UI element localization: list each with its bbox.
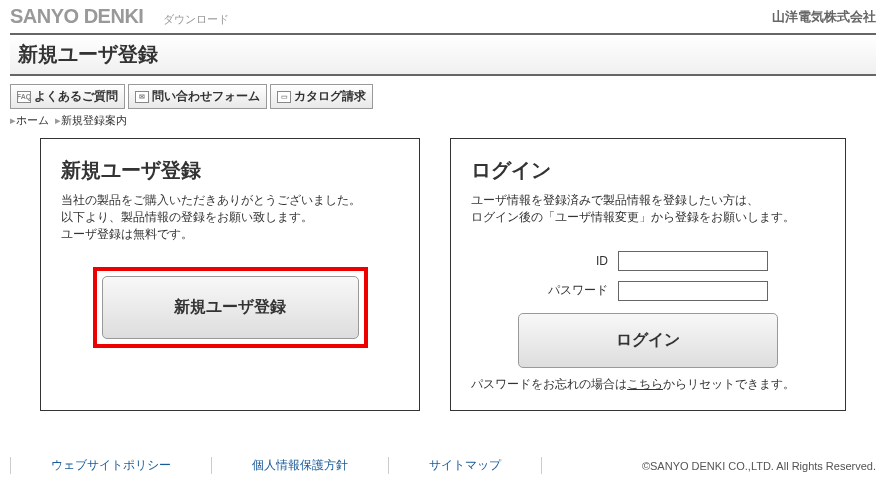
- forgot-pre: パスワードをお忘れの場合は: [471, 377, 627, 391]
- faq-button[interactable]: FAQ よくあるご質問: [10, 84, 125, 109]
- id-input[interactable]: [618, 251, 768, 271]
- login-button[interactable]: ログイン: [518, 313, 778, 368]
- footer: ウェブサイトポリシー 個人情報保護方針 サイトマップ ©SANYO DENKI …: [0, 451, 886, 478]
- mail-icon: ✉: [135, 91, 149, 103]
- breadcrumb-home[interactable]: ホーム: [16, 114, 49, 126]
- catalog-label: カタログ請求: [294, 88, 366, 105]
- forgot-post: からリセットできます。: [663, 377, 795, 391]
- register-panel: 新規ユーザ登録 当社の製品をご購入いただきありがとうございました。 以下より、製…: [40, 138, 420, 411]
- register-desc-1: 当社の製品をご購入いただきありがとうございました。: [61, 192, 399, 209]
- id-row: ID: [471, 251, 825, 271]
- breadcrumb-current: 新規登録案内: [61, 114, 127, 126]
- register-desc-2: 以下より、製品情報の登録をお願い致します。: [61, 209, 399, 226]
- logo: SANYO DENKI: [10, 5, 143, 28]
- page-title: 新規ユーザ登録: [18, 41, 868, 68]
- book-icon: ▭: [277, 91, 291, 103]
- id-label: ID: [528, 254, 608, 268]
- forgot-link[interactable]: こちら: [627, 377, 663, 391]
- page-title-bar: 新規ユーザ登録: [10, 33, 876, 76]
- nav-buttons: FAQ よくあるご質問 ✉ 問い合わせフォーム ▭ カタログ請求: [10, 84, 876, 109]
- footer-policy-link[interactable]: ウェブサイトポリシー: [10, 457, 211, 474]
- logo-subtitle: ダウンロード: [163, 12, 229, 27]
- login-fields: ID パスワード: [471, 251, 825, 301]
- logo-area: SANYO DENKI ダウンロード: [10, 5, 229, 28]
- password-label: パスワード: [528, 282, 608, 299]
- password-row: パスワード: [471, 281, 825, 301]
- register-desc-3: ユーザ登録は無料です。: [61, 226, 399, 243]
- login-title: ログイン: [471, 157, 825, 184]
- contact-label: 問い合わせフォーム: [152, 88, 260, 105]
- contact-button[interactable]: ✉ 問い合わせフォーム: [128, 84, 267, 109]
- login-desc-2: ログイン後の「ユーザ情報変更」から登録をお願いします。: [471, 209, 825, 226]
- login-panel: ログイン ユーザ情報を登録済みで製品情報を登録したい方は、 ログイン後の「ユーザ…: [450, 138, 846, 411]
- password-input[interactable]: [618, 281, 768, 301]
- faq-icon: FAQ: [17, 91, 31, 103]
- forgot-password-text: パスワードをお忘れの場合はこちらからリセットできます。: [471, 376, 825, 393]
- register-title: 新規ユーザ登録: [61, 157, 399, 184]
- footer-sitemap-link[interactable]: サイトマップ: [388, 457, 542, 474]
- company-name: 山洋電気株式会社: [772, 8, 876, 26]
- catalog-button[interactable]: ▭ カタログ請求: [270, 84, 373, 109]
- register-button-highlight: 新規ユーザ登録: [93, 267, 368, 348]
- breadcrumb: ▸ホーム ▸新規登録案内: [10, 113, 876, 128]
- faq-label: よくあるご質問: [34, 88, 118, 105]
- copyright: ©SANYO DENKI CO.,LTD. All Rights Reserve…: [642, 460, 876, 472]
- main-content: 新規ユーザ登録 当社の製品をご購入いただきありがとうございました。 以下より、製…: [0, 138, 886, 411]
- register-button[interactable]: 新規ユーザ登録: [102, 276, 359, 339]
- footer-privacy-link[interactable]: 個人情報保護方針: [211, 457, 388, 474]
- login-desc-1: ユーザ情報を登録済みで製品情報を登録したい方は、: [471, 192, 825, 209]
- header: SANYO DENKI ダウンロード 山洋電気株式会社: [0, 0, 886, 33]
- footer-links: ウェブサイトポリシー 個人情報保護方針 サイトマップ: [10, 457, 542, 474]
